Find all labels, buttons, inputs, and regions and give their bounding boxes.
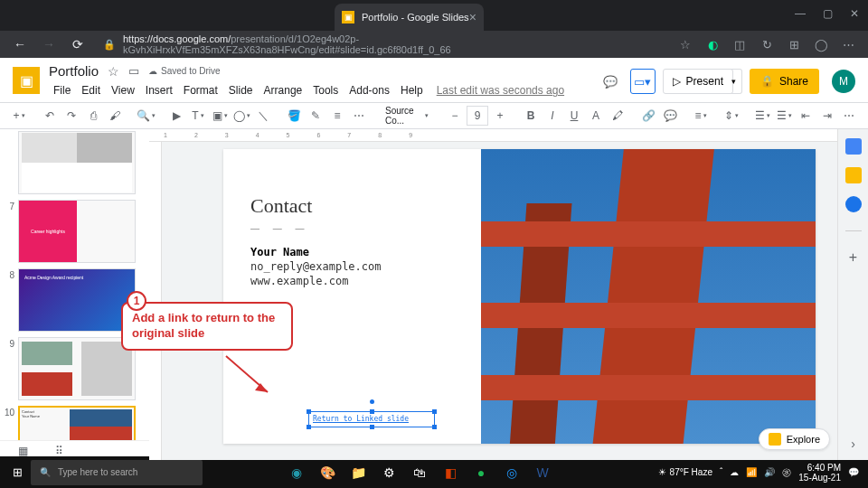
- comments-icon[interactable]: 💬: [598, 69, 623, 94]
- fill-color-button[interactable]: 🪣: [284, 106, 304, 126]
- browser-tab[interactable]: ▣ Portfolio - Google Slides ×: [335, 4, 484, 31]
- volume-icon[interactable]: 🔊: [764, 467, 775, 477]
- border-color-button[interactable]: ✎: [306, 106, 326, 126]
- link-text[interactable]: Return to Linked slide: [309, 412, 434, 426]
- zoom-button[interactable]: 🔍: [136, 106, 156, 126]
- tray-chevron-icon[interactable]: ˆ: [720, 467, 722, 477]
- minimize-icon[interactable]: —: [787, 0, 814, 27]
- shape-tool[interactable]: ◯: [231, 106, 251, 126]
- menu-slide[interactable]: Slide: [224, 82, 258, 99]
- ext1-icon[interactable]: ◐: [702, 33, 723, 55]
- border-weight-button[interactable]: ≡: [327, 106, 347, 126]
- app2-icon[interactable]: 🎨: [315, 460, 340, 485]
- star-icon[interactable]: ☆: [108, 64, 119, 79]
- clock[interactable]: 6:40 PM 15-Aug-21: [798, 463, 841, 483]
- link-button[interactable]: 🔗: [638, 106, 658, 126]
- align-button[interactable]: ≡: [691, 106, 711, 126]
- weather-widget[interactable]: ☀87°F Haze: [658, 467, 712, 477]
- italic-button[interactable]: I: [542, 106, 562, 126]
- indent-more-button[interactable]: ⇥: [817, 106, 837, 126]
- taskbar-search[interactable]: 🔍 Type here to search: [31, 460, 203, 485]
- tasks-icon[interactable]: [845, 196, 862, 212]
- present-button[interactable]: ▷Present: [663, 69, 733, 94]
- new-slide-button[interactable]: +: [9, 106, 29, 126]
- profile-icon[interactable]: ◯: [810, 33, 832, 55]
- undo-button[interactable]: ↶: [40, 106, 60, 126]
- redo-button[interactable]: ↷: [61, 106, 81, 126]
- settings-icon[interactable]: ⚙: [376, 460, 401, 485]
- font-size-plus[interactable]: +: [490, 106, 510, 126]
- spotify-icon[interactable]: ●: [468, 460, 494, 485]
- bold-button[interactable]: B: [521, 106, 541, 126]
- share-button[interactable]: 🔒Share: [750, 69, 819, 94]
- menu-format[interactable]: Format: [179, 82, 222, 99]
- line-tool[interactable]: ＼: [253, 106, 273, 126]
- line-spacing-button[interactable]: ⇕: [722, 106, 741, 126]
- ext2-icon[interactable]: ◫: [729, 33, 750, 55]
- maximize-icon[interactable]: ▢: [814, 0, 841, 27]
- menu-addons[interactable]: Add-ons: [344, 82, 394, 99]
- word-icon[interactable]: W: [530, 460, 555, 485]
- menu-file[interactable]: File: [49, 82, 75, 99]
- app8-icon[interactable]: ◎: [499, 460, 524, 485]
- menu-view[interactable]: View: [107, 82, 139, 99]
- start-button[interactable]: ⊞: [4, 459, 31, 486]
- back-icon[interactable]: ←: [9, 33, 31, 55]
- forward-icon[interactable]: →: [38, 33, 60, 55]
- collections-icon[interactable]: ⊞: [783, 33, 805, 55]
- menu-edit[interactable]: Edit: [77, 82, 105, 99]
- slide-thumb-6[interactable]: [4, 131, 146, 194]
- collapse-panel-icon[interactable]: ›: [851, 436, 855, 451]
- more-tools-button[interactable]: ⋯: [839, 106, 859, 126]
- office-icon[interactable]: ◧: [438, 460, 463, 485]
- slide-thumb-10[interactable]: 10 ContactYour Name: [4, 406, 146, 440]
- onedrive-icon[interactable]: ☁: [730, 467, 739, 477]
- close-tab-icon[interactable]: ×: [469, 10, 476, 24]
- paint-format-button[interactable]: 🖌: [105, 106, 125, 126]
- close-window-icon[interactable]: ✕: [841, 0, 868, 27]
- favorite-icon[interactable]: ☆: [675, 33, 696, 55]
- more-icon[interactable]: ⋯: [837, 33, 859, 55]
- print-button[interactable]: ⎙: [83, 106, 103, 126]
- font-size-minus[interactable]: −: [445, 106, 465, 126]
- image-tool[interactable]: ▣: [210, 106, 230, 126]
- network-icon[interactable]: 📶: [746, 467, 757, 477]
- indent-less-button[interactable]: ⇤: [796, 106, 816, 126]
- explorer-icon[interactable]: 📁: [345, 460, 371, 485]
- bridge-image[interactable]: [481, 149, 816, 444]
- slide-thumb-7[interactable]: 7 Career highlights: [4, 200, 146, 263]
- hide-menus-button[interactable]: ˆ: [861, 106, 868, 126]
- calendar-icon[interactable]: [845, 138, 862, 155]
- add-addon-icon[interactable]: +: [849, 249, 857, 266]
- slide-canvas[interactable]: 123456789 Contact — — — Your Name no_rep…: [149, 129, 837, 460]
- filmstrip[interactable]: 7 Career highlights 8 Acme Design Award …: [0, 129, 149, 440]
- present-dropdown[interactable]: ▾: [726, 69, 742, 94]
- explore-button[interactable]: Explore: [759, 428, 830, 450]
- comment-button[interactable]: 💬: [660, 106, 680, 126]
- slide[interactable]: Contact — — — Your Name no_reply@example…: [223, 149, 816, 444]
- border-dash-button[interactable]: ⋯: [349, 106, 369, 126]
- numbered-list-button[interactable]: ☰: [752, 106, 772, 126]
- sync-icon[interactable]: ↻: [756, 33, 778, 55]
- menu-insert[interactable]: Insert: [141, 82, 177, 99]
- font-select[interactable]: Source Co...: [380, 106, 434, 126]
- menu-tools[interactable]: Tools: [308, 82, 343, 99]
- move-icon[interactable]: ▭: [128, 64, 139, 78]
- reload-icon[interactable]: ⟳: [67, 33, 89, 55]
- keep-icon[interactable]: [845, 167, 862, 183]
- account-avatar[interactable]: M: [832, 70, 855, 93]
- textbox-tool[interactable]: T: [188, 106, 208, 126]
- language-icon[interactable]: ㊌: [782, 466, 791, 479]
- menu-help[interactable]: Help: [396, 82, 428, 99]
- menu-arrange[interactable]: Arrange: [259, 82, 307, 99]
- underline-button[interactable]: U: [564, 106, 584, 126]
- font-size-input[interactable]: 9: [467, 106, 488, 126]
- notifications-icon[interactable]: 💬: [848, 467, 859, 477]
- bulleted-list-button[interactable]: ☰: [774, 106, 794, 126]
- doc-title[interactable]: Portfolio: [49, 63, 99, 79]
- highlight-button[interactable]: 🖍: [608, 106, 627, 126]
- grid-view-icon[interactable]: ▦: [18, 445, 28, 457]
- edge-icon[interactable]: ◉: [284, 460, 309, 485]
- address-bar[interactable]: https://docs.google.com/presentation/d/1…: [123, 33, 669, 55]
- slideshow-icon[interactable]: ▭▾: [630, 69, 656, 94]
